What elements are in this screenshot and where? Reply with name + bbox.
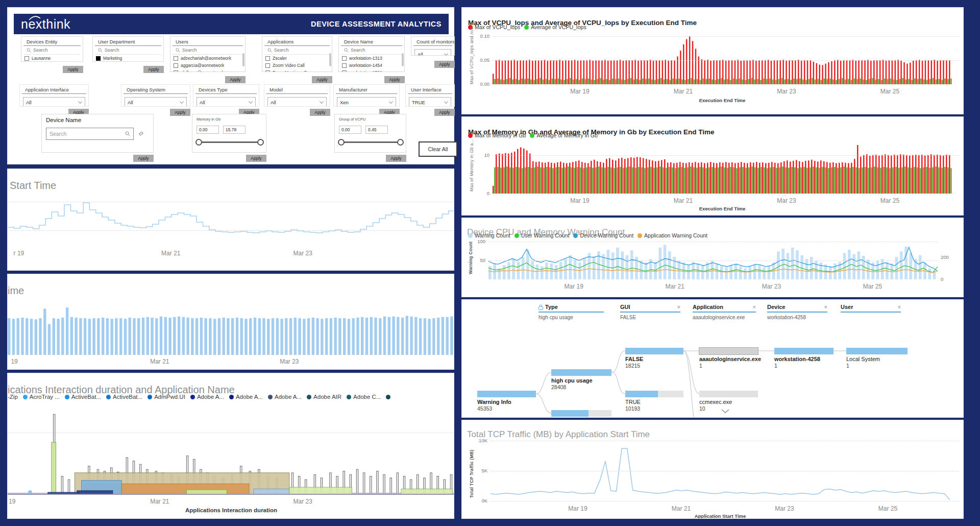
tree-node-bar[interactable]	[625, 348, 683, 354]
vcpu-min-input[interactable]: 0.00	[339, 126, 361, 134]
scrollbar[interactable]	[242, 53, 244, 66]
legend-item[interactable]: Warning Count	[468, 232, 510, 238]
legend-item[interactable]: -Zip	[8, 394, 18, 400]
tree-node-bar[interactable]	[625, 391, 683, 397]
apply-button[interactable]: Apply	[143, 66, 164, 73]
eraser-icon[interactable]	[139, 131, 144, 136]
legend-item[interactable]: User Warning Count	[514, 232, 570, 238]
checkbox[interactable]	[342, 63, 347, 68]
dropdown-select[interactable]: All	[267, 97, 327, 107]
vcpu-slider-track[interactable]	[341, 141, 401, 143]
tree-node-bar[interactable]	[846, 348, 908, 354]
search-input[interactable]: Search	[341, 46, 402, 55]
checkbox[interactable]	[174, 70, 178, 73]
checkbox[interactable]	[174, 56, 178, 61]
apply-button[interactable]: Apply	[246, 155, 266, 162]
legend-item[interactable]: ActiveBat...	[106, 394, 142, 400]
checkbox-item[interactable]: workstation-1581	[339, 69, 404, 72]
legend-item[interactable]: Adobe A...	[268, 394, 302, 400]
legend-item[interactable]: Device Warning Count	[573, 232, 633, 238]
tree-node-bar[interactable]	[551, 369, 611, 376]
tree-node-workstation-4258[interactable]: workstation-42581	[774, 348, 834, 369]
dropdown-select[interactable]: All	[125, 97, 187, 107]
tree-node-ccmexec-exe[interactable]: ccmexec.exe10	[699, 391, 758, 412]
scrollbar[interactable]	[329, 53, 331, 66]
vcpu-slider-handle-max[interactable]	[397, 139, 404, 146]
device-name-search-input[interactable]: Search	[46, 128, 134, 140]
legend-item[interactable]: Application Warning Count	[638, 232, 707, 238]
checkbox-item[interactable]: adzechariah@aonnetwork	[170, 55, 245, 62]
checkbox[interactable]	[174, 63, 178, 68]
apply-button[interactable]: Apply	[434, 61, 455, 68]
checkbox-item[interactable]: alallegra@aonnetwork	[170, 69, 245, 72]
search-input[interactable]: Search	[95, 46, 161, 55]
checkbox-item[interactable]: Zoom Video Call	[262, 62, 332, 69]
clear-all-button[interactable]: Clear All	[419, 141, 457, 157]
legend-item[interactable]: Adobe C...	[347, 394, 381, 400]
scrollbar[interactable]	[402, 53, 404, 66]
search-input[interactable]: Search	[23, 46, 81, 55]
search-input[interactable]: Search	[173, 46, 243, 55]
legend-item[interactable]: Adobe AIR	[307, 394, 341, 400]
tree-node-bar[interactable]	[551, 410, 611, 417]
checkbox[interactable]	[265, 56, 270, 61]
vcpu-slider-handle-min[interactable]	[338, 139, 345, 146]
legend-item[interactable]: Adobe A...	[229, 394, 263, 400]
legend-item[interactable]: Average of Memory in Gb	[530, 132, 597, 138]
legend-item[interactable]: Adobe A...	[190, 394, 224, 400]
chevron-down-icon[interactable]	[721, 409, 729, 414]
dropdown-select[interactable]: TRUE	[409, 97, 451, 107]
memory-slider-track[interactable]	[199, 141, 261, 143]
apply-button[interactable]: Apply	[310, 109, 330, 116]
tree-node-bar[interactable]	[774, 348, 834, 354]
checkbox[interactable]	[265, 70, 270, 73]
tree-node-bar[interactable]	[699, 391, 758, 397]
checkbox[interactable]	[342, 56, 347, 61]
checkbox-item[interactable]: Zscaler	[262, 55, 332, 62]
apply-button[interactable]: Apply	[312, 76, 332, 83]
checkbox-item[interactable]: Marketing	[93, 55, 163, 62]
dropdown-select[interactable]: All	[23, 97, 85, 107]
tree-node-false[interactable]: FALSE18215	[625, 348, 683, 369]
legend-item[interactable]	[386, 395, 393, 399]
checkbox-item[interactable]: Zoom Meetings Opener	[262, 69, 332, 72]
checkbox[interactable]	[24, 56, 29, 61]
legend-item[interactable]: Max of Memory in Gb	[468, 132, 526, 138]
legend-item[interactable]: ActiveBat...	[65, 394, 101, 400]
legend-item[interactable]: Average of VCPU_Iops	[524, 24, 586, 30]
memory-slider-handle-min[interactable]	[195, 139, 202, 146]
search-input[interactable]: Search	[264, 46, 330, 55]
count-of-monitors-select[interactable]: All	[414, 49, 451, 56]
checkbox-checked[interactable]	[96, 56, 101, 61]
apply-button[interactable]: Apply	[384, 76, 405, 83]
vcpu-max-input[interactable]: 0.45	[365, 126, 388, 134]
dropdown-select[interactable]: All	[197, 97, 256, 107]
dropdown-select[interactable]: Xen	[337, 97, 396, 107]
tree-node-true[interactable]: TRUE10193	[625, 391, 683, 412]
legend-item[interactable]: AcroTray ...	[23, 394, 60, 400]
checkbox-item[interactable]: workstation-1454	[339, 62, 404, 69]
apply-button[interactable]: Apply	[170, 109, 190, 116]
checkbox-item[interactable]: workstation-1313	[339, 55, 404, 62]
legend-item[interactable]: Max of VCPU_Iops	[468, 24, 520, 30]
checkbox[interactable]	[265, 63, 270, 68]
checkbox-item[interactable]: Lausanne	[21, 55, 83, 62]
tree-node-high-cpu-usage[interactable]: high cpu usage28408	[551, 369, 611, 390]
apply-button[interactable]: Apply	[133, 155, 154, 162]
apply-button[interactable]: Apply	[434, 109, 455, 116]
memory-max-input[interactable]: 15.78	[223, 126, 246, 134]
tree-node-bar[interactable]	[477, 391, 536, 397]
tree-node-warning-info[interactable]: Warning Info45353	[477, 391, 536, 412]
checkbox-item[interactable]: aggarcia@aonnetwork	[170, 62, 245, 69]
tree-node-aaautologinservice-exe[interactable]: aaautologinservice.exe1	[699, 348, 758, 369]
tree-node-bar[interactable]	[699, 348, 758, 354]
checkbox[interactable]	[342, 70, 347, 73]
legend-item[interactable]: AdmPwd.UI	[148, 394, 185, 400]
apply-button[interactable]: Apply	[386, 155, 406, 162]
apply-button[interactable]: Apply	[225, 76, 246, 83]
memory-min-input[interactable]: 0.00	[197, 126, 219, 134]
apply-button[interactable]: Apply	[63, 66, 83, 73]
tree-node-local-system[interactable]: Local System1	[846, 348, 908, 369]
memory-slider-handle-max[interactable]	[257, 139, 264, 146]
tree-node-high-memory-usage[interactable]: high memory usage16945	[551, 410, 611, 418]
